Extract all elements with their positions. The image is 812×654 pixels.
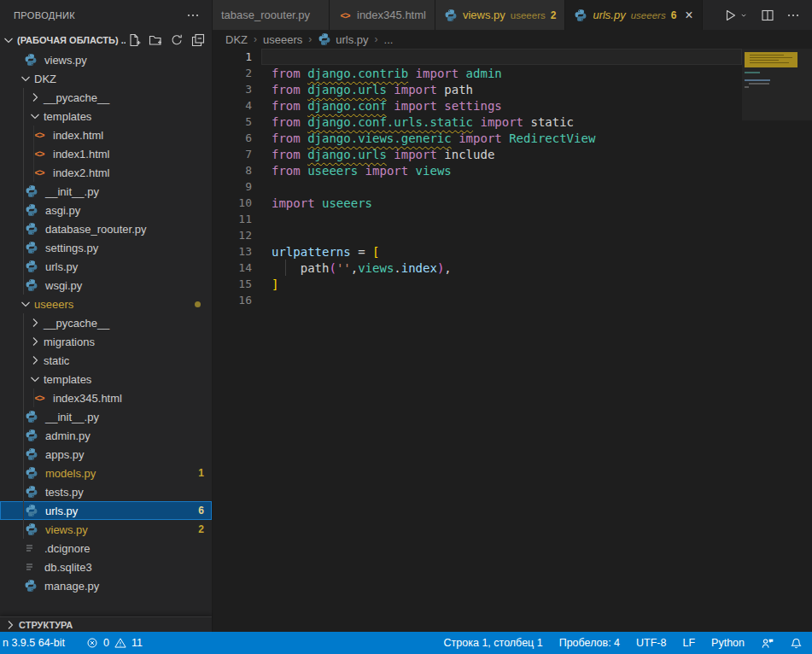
tree-item-__pycache__[interactable]: __pycache__ [0, 313, 212, 332]
problems-status[interactable]: 0 11 [85, 636, 143, 650]
tree-item-admin.py[interactable]: admin.py [0, 426, 212, 445]
line-number: 16 [213, 294, 252, 307]
breadcrumb-item-...[interactable]: ... [384, 33, 394, 46]
tab-label: views.py [463, 9, 505, 21]
chevron-down-icon [28, 109, 42, 123]
tab-views.py[interactable]: views.pyuseeers2 [435, 0, 565, 30]
tree-item-migrations[interactable]: migrations [0, 332, 212, 351]
tab-label: urls.py [593, 9, 625, 21]
tree-item-apps.py[interactable]: apps.py [0, 445, 212, 464]
code-line-16[interactable]: 16 [213, 292, 812, 308]
tab-tabase_roouter.py[interactable]: tabase_roouter.py [213, 0, 330, 30]
tree-item-label: db.sqlite3 [44, 561, 92, 574]
line-content: from django.urls import include [272, 148, 494, 161]
explorer-title: ПРОВОДНИК [14, 10, 75, 20]
tree-item-index.html[interactable]: <>index.html [0, 126, 212, 144]
collapse-all-icon[interactable] [191, 33, 205, 47]
tree-item-index1.html[interactable]: <>index1.html [0, 144, 212, 163]
status-пробелов--4[interactable]: Пробелов: 4 [558, 637, 621, 649]
tree-item-index2.html[interactable]: <>index2.html [0, 163, 212, 182]
tree-item-templates[interactable]: templates [0, 107, 212, 126]
new-file-icon[interactable] [127, 33, 141, 47]
tree-item-asgi.py[interactable]: asgi.py [0, 201, 212, 219]
tree-item-__init__.py[interactable]: __init__.py [0, 182, 212, 201]
chevron-down-icon [2, 33, 15, 47]
feedback-icon[interactable] [760, 637, 774, 650]
code-line-9[interactable]: 9 [213, 178, 812, 195]
tree-item-__pycache__[interactable]: __pycache__ [0, 88, 212, 107]
workspace-actions [127, 33, 205, 47]
tree-item-wsgi.py[interactable]: wsgi.py [0, 276, 212, 295]
python-interpreter-status[interactable]: n 3.9.5 64-bit [2, 637, 66, 649]
tree-item-tests.py[interactable]: tests.py [0, 482, 212, 501]
tree-item-database_roouter.py[interactable]: database_roouter.py [0, 219, 212, 238]
tree-item-label: manage.py [44, 580, 99, 593]
minimap-line [745, 86, 749, 88]
tree-item-templates[interactable]: templates [0, 370, 212, 388]
explorer-more-actions-icon[interactable] [186, 9, 200, 22]
tree-item-manage.py[interactable]: manage.py [0, 576, 212, 595]
code-line-3[interactable]: 3from django.urls import path [213, 81, 812, 97]
code-line-12[interactable]: 12 [213, 227, 812, 243]
outline-section-header[interactable]: СТРУКТУРА [0, 616, 212, 632]
minimap-warning-block [745, 52, 797, 67]
split-editor-button[interactable] [761, 9, 774, 22]
code-line-7[interactable]: 7from django.urls import include [213, 146, 812, 162]
chevron-right-icon [3, 618, 17, 632]
refresh-icon[interactable] [170, 33, 184, 47]
code-line-4[interactable]: 4from django.conf import settings [213, 97, 812, 114]
tree-item-urls.py[interactable]: urls.py6 [0, 501, 212, 520]
workspace-section-header[interactable]: (РАБОЧАЯ ОБЛАСТЬ) ... [0, 30, 212, 50]
minimap[interactable] [742, 49, 812, 632]
tab-urls.py[interactable]: urls.pyuseeers6× [565, 0, 702, 30]
error-count: 0 [103, 637, 109, 649]
code-line-8[interactable]: 8from useeers import views [213, 162, 812, 178]
tree-item-label: migrations [44, 336, 95, 348]
status-utf-8[interactable]: UTF-8 [635, 637, 667, 649]
breadcrumb-item-DKZ[interactable]: DKZ [225, 33, 248, 46]
code-line-13[interactable]: 13urlpatterns = [ [213, 243, 812, 260]
close-icon[interactable]: × [685, 9, 692, 22]
tree-item-views.py[interactable]: views.py2 [0, 520, 212, 539]
code-line-10[interactable]: 10import useeers [213, 195, 812, 211]
tab-index345.html[interactable]: <>index345.html [330, 0, 435, 30]
tree-item-models.py[interactable]: models.py1 [0, 464, 212, 482]
status-строка-1--столбец-1[interactable]: Строка 1, столбец 1 [443, 637, 544, 649]
breadcrumb-item-urls.py[interactable]: urls.py [318, 32, 368, 46]
breadcrumb-item-useeers[interactable]: useeers [263, 33, 302, 46]
more-actions-button[interactable] [786, 9, 800, 22]
code-line-1[interactable]: 1 [213, 49, 812, 65]
new-folder-icon[interactable] [149, 33, 162, 47]
line-content: import useeers [272, 196, 372, 210]
tree-item-views.py[interactable]: views.py [0, 50, 212, 69]
notifications-bell-icon[interactable] [789, 637, 803, 650]
line-number: 13 [213, 245, 252, 258]
tree-item-urls.py[interactable]: urls.py [0, 257, 212, 276]
editor-group: tabase_roouter.py<>index345.htmlviews.py… [213, 0, 812, 632]
code-line-5[interactable]: 5from django.conf.urls.static import sta… [213, 114, 812, 130]
tree-item-DKZ[interactable]: DKZ [0, 69, 212, 88]
status-python[interactable]: Python [710, 637, 745, 649]
editor-tabs: tabase_roouter.py<>index345.htmlviews.py… [213, 0, 812, 30]
tree-item-index345.html[interactable]: <>index345.html [0, 388, 212, 407]
modified-dot-icon [195, 301, 201, 307]
tree-item-static[interactable]: static [0, 351, 212, 370]
tree-item-__init__.py[interactable]: __init__.py [0, 407, 212, 426]
code-line-2[interactable]: 2from django.contrib import admin [213, 65, 812, 81]
run-python-file-button[interactable] [723, 9, 749, 22]
tree-item-useeers[interactable]: useeers [0, 295, 212, 313]
code-line-6[interactable]: 6from django.views.generic import Redire… [213, 130, 812, 146]
python-icon [24, 579, 38, 593]
code-line-11[interactable]: 11 [213, 211, 812, 227]
line-content: from django.contrib import admin [272, 67, 502, 80]
tree-item-settings.py[interactable]: settings.py [0, 238, 212, 257]
tree-item-.dcignore[interactable]: .dcignore [0, 539, 212, 558]
code-editor[interactable]: 12from django.contrib import admin3from … [213, 49, 812, 632]
status-lf[interactable]: LF [681, 637, 696, 649]
code-line-15[interactable]: 15] [213, 276, 812, 292]
tree-item-label: DKZ [34, 73, 56, 85]
workspace-label: (РАБОЧАЯ ОБЛАСТЬ) ... [17, 35, 126, 45]
tree-item-db.sqlite3[interactable]: db.sqlite3 [0, 558, 212, 576]
tree-item-label: index1.html [53, 148, 109, 161]
code-line-14[interactable]: 14 path('',views.index), [213, 260, 812, 276]
